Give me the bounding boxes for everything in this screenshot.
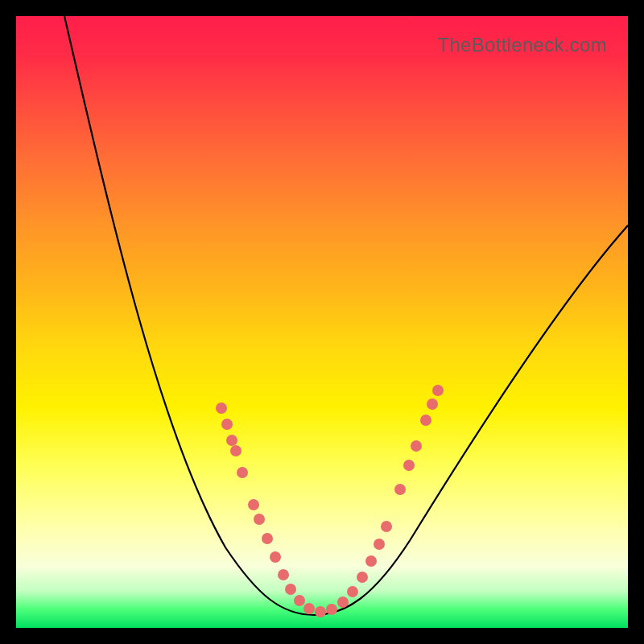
data-dot bbox=[221, 419, 233, 430]
bottleneck-curve-svg bbox=[16, 16, 628, 628]
data-dot bbox=[303, 603, 315, 614]
data-dot bbox=[285, 584, 296, 595]
data-dot bbox=[237, 467, 248, 478]
data-dot bbox=[278, 569, 289, 580]
data-dot bbox=[294, 595, 305, 606]
data-dot bbox=[427, 398, 438, 410]
data-dot bbox=[226, 435, 237, 446]
data-dot bbox=[270, 551, 281, 563]
data-dot bbox=[216, 402, 227, 414]
data-dot bbox=[230, 445, 242, 456]
data-dots-group bbox=[216, 385, 444, 617]
chart-container: TheBottleneck.com bbox=[0, 0, 644, 644]
data-dot bbox=[357, 572, 368, 583]
data-dot bbox=[394, 484, 406, 495]
data-dot bbox=[326, 604, 337, 615]
data-dot bbox=[248, 499, 259, 510]
data-dot bbox=[347, 586, 358, 597]
data-dot bbox=[403, 460, 415, 471]
data-dot bbox=[262, 533, 273, 544]
data-dot bbox=[411, 440, 422, 452]
data-dot bbox=[381, 521, 392, 532]
data-dot bbox=[432, 385, 444, 396]
data-dot bbox=[374, 539, 385, 550]
data-dot bbox=[420, 415, 431, 426]
data-dot bbox=[315, 606, 326, 617]
data-dot bbox=[365, 555, 377, 567]
plot-area: TheBottleneck.com bbox=[16, 16, 628, 628]
data-dot bbox=[337, 597, 349, 608]
bottleneck-curve-path bbox=[64, 16, 628, 615]
data-dot bbox=[254, 514, 265, 525]
